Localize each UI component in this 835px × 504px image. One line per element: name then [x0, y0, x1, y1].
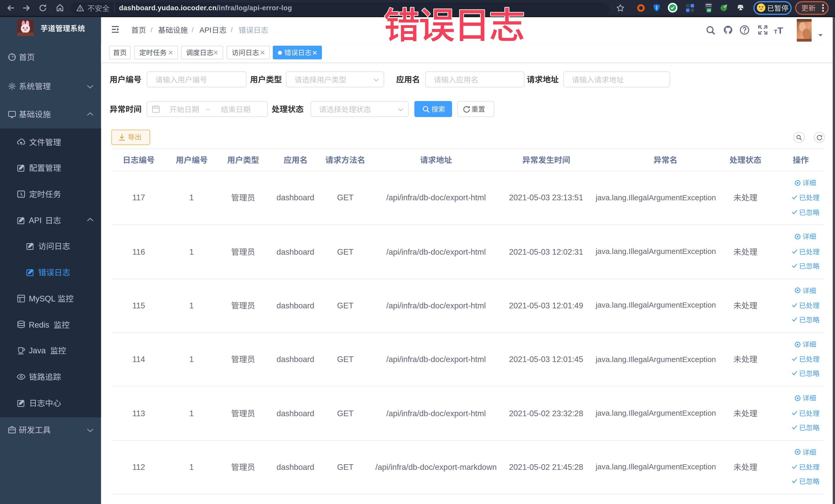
- svg-text:off: off: [707, 9, 711, 12]
